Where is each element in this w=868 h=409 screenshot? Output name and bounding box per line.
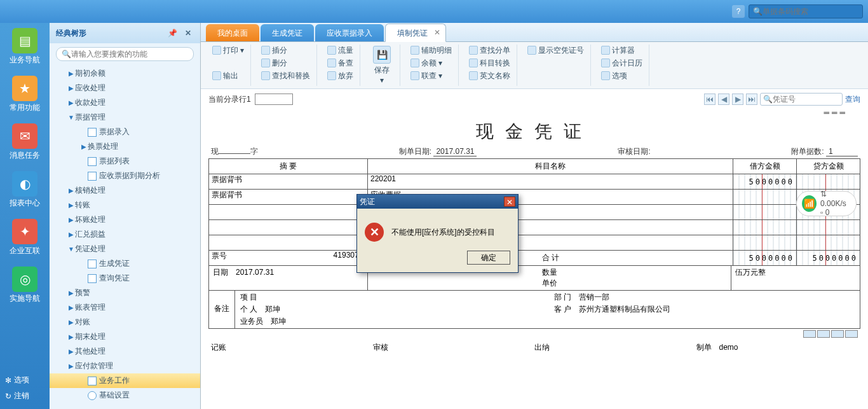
btn-output[interactable]: 输出 xyxy=(211,70,245,81)
calc-icon xyxy=(601,46,610,55)
tree-node[interactable]: 基础设置 xyxy=(50,388,200,403)
voucher-row[interactable]: 票据背书2202015000000 xyxy=(209,174,860,190)
btn-print[interactable]: 打印 ▾ xyxy=(211,45,245,56)
tab-receivable[interactable]: 应收票据录入 xyxy=(315,24,384,41)
nav-implement[interactable]: ◎实施导航 xyxy=(0,261,50,309)
tree-node[interactable]: ▶期末处理 xyxy=(50,329,200,344)
btn-findentry[interactable]: 查找分单 xyxy=(468,45,512,56)
footer-icon[interactable] xyxy=(817,330,830,338)
btn-flow[interactable]: 流量 xyxy=(326,45,355,56)
tree-node[interactable]: 查询凭证 xyxy=(50,271,200,286)
tree-node[interactable]: ▶应收处理 xyxy=(50,81,200,95)
dialog-title[interactable]: 凭证 ✕ xyxy=(357,195,518,209)
tree-node[interactable]: ▶对账 xyxy=(50,315,200,329)
btn-discard[interactable]: 放弃 xyxy=(326,70,355,81)
voucher-row[interactable] xyxy=(209,220,860,235)
network-badge[interactable]: 📶 ⇅ 0.00K/s ▫ 0 xyxy=(796,191,857,216)
tree-node[interactable]: ▶其他处理 xyxy=(50,344,200,359)
tree-node[interactable]: 票据列表 xyxy=(50,154,200,169)
nav-prev[interactable]: ◀ xyxy=(718,94,729,105)
pin-icon[interactable]: 📌 xyxy=(165,29,180,38)
nav-first[interactable]: ⏮ xyxy=(704,94,715,105)
tree-node[interactable]: ▶应付款管理 xyxy=(50,359,200,373)
voucher-area: 当前分录行1 ⏮ ◀ ▶ ⏭ 🔍 查询 ═══ 现金凭证 现字 制单日期: 20… xyxy=(201,89,868,409)
tree-node[interactable]: ▶账表管理 xyxy=(50,300,200,315)
nav-messages[interactable]: ✉消息任务 xyxy=(0,118,50,166)
tree-node[interactable]: ▶收款处理 xyxy=(50,95,200,110)
btn-engname[interactable]: 英文名称 xyxy=(468,70,512,81)
coins-icon xyxy=(410,59,419,67)
nav-options[interactable]: ✻选项 xyxy=(0,372,50,388)
voucher-table[interactable]: 摘 要 科目名称 借方金额 贷方金额 票据背书2202015000000票据背书… xyxy=(208,158,860,266)
footer-icon[interactable] xyxy=(803,330,816,338)
tree-label: 凭证处理 xyxy=(75,244,105,254)
voucher-row[interactable]: 票据背书应收票据 xyxy=(209,190,860,205)
tab-genvoucher[interactable]: 生成凭证 xyxy=(261,24,314,41)
voucher-row[interactable] xyxy=(209,205,860,220)
barcode-search[interactable]: 🔍 xyxy=(749,4,863,18)
btn-linked[interactable]: 联查 ▾ xyxy=(409,70,453,81)
chevron-icon: ▶ xyxy=(67,202,75,209)
tree-node[interactable]: ▶换票处理 xyxy=(50,139,200,154)
tab-close-icon[interactable]: ✕ xyxy=(434,28,440,37)
tree-node[interactable]: ▼票据管理 xyxy=(50,110,200,125)
footer-icon[interactable] xyxy=(831,330,844,338)
barcode-input[interactable] xyxy=(763,7,851,16)
btn-backup[interactable]: 备查 xyxy=(326,57,355,69)
voucher-search[interactable]: 🔍 xyxy=(760,93,843,106)
nav-logout[interactable]: ↻注销 xyxy=(0,388,50,404)
btn-subjconv[interactable]: 科目转换 xyxy=(468,57,512,69)
chevron-icon: ▶ xyxy=(67,363,75,370)
tree-node[interactable]: 业务工作 xyxy=(50,373,200,388)
help-icon[interactable]: ? xyxy=(732,5,745,18)
btn-delete[interactable]: 删分 xyxy=(260,57,311,69)
btn-calc[interactable]: 计算器 xyxy=(600,45,644,56)
save-icon: 💾 xyxy=(373,46,391,64)
tree-search-box[interactable]: 🔍 xyxy=(56,47,194,61)
nav-next[interactable]: ▶ xyxy=(732,94,743,105)
dialog-close-icon[interactable]: ✕ xyxy=(504,197,515,207)
tree-node[interactable]: 票据录入 xyxy=(50,125,200,139)
tree-node[interactable]: ▶坏账处理 xyxy=(50,212,200,227)
query-link[interactable]: 查询 xyxy=(845,94,860,105)
tree-node[interactable]: ▼凭证处理 xyxy=(50,242,200,256)
tab-desktop[interactable]: 我的桌面 xyxy=(206,24,259,41)
close-icon[interactable]: ✕ xyxy=(182,29,194,38)
dialog-message: 不能使用[应付系统]的受控科目 xyxy=(391,227,495,238)
btn-calendar[interactable]: 会计日历 xyxy=(600,57,644,69)
tree-node[interactable]: ▶核销处理 xyxy=(50,183,200,198)
nav-last[interactable]: ⏭ xyxy=(746,94,757,105)
net-count: ▫ 0 xyxy=(820,208,851,217)
nav-business[interactable]: ▤业务导航 xyxy=(0,23,50,71)
tree-node[interactable]: ▶转账 xyxy=(50,198,200,212)
voucher-search-input[interactable] xyxy=(773,95,836,104)
tree-node[interactable]: ▶汇兑损益 xyxy=(50,227,200,242)
voucher-row[interactable] xyxy=(209,235,860,251)
chevron-icon: ▶ xyxy=(67,289,75,296)
tab-fillvoucher[interactable]: 填制凭证✕ xyxy=(385,24,446,42)
nav-common[interactable]: ★常用功能 xyxy=(0,71,50,118)
btn-opts[interactable]: 选项 xyxy=(600,70,644,81)
footer-icon[interactable] xyxy=(845,330,858,338)
tree-search-input[interactable] xyxy=(71,50,188,59)
tree-node[interactable]: ▶预警 xyxy=(50,286,200,300)
search-icon: 🔍 xyxy=(753,7,763,16)
btn-showempty[interactable]: 显示空凭证号 xyxy=(526,45,585,56)
tree-node[interactable]: ▶期初余额 xyxy=(50,66,200,81)
tree-scroll[interactable]: ▶期初余额▶应收处理▶收款处理▼票据管理票据录入▶换票处理票据列表应收票据到期分… xyxy=(50,65,200,409)
tree-label: 应收票据到期分析 xyxy=(99,170,160,181)
tree-label: 应收处理 xyxy=(75,83,105,94)
btn-save[interactable]: 💾保存 ▾ xyxy=(369,45,395,86)
btn-balance[interactable]: 余额 ▾ xyxy=(409,57,453,69)
btn-aux[interactable]: 辅助明细 xyxy=(409,45,453,56)
tree-node[interactable]: 应收票据到期分析 xyxy=(50,169,200,183)
printer-icon xyxy=(212,46,221,55)
btn-insert[interactable]: 插分 xyxy=(260,45,311,56)
tree-label: 核销处理 xyxy=(75,185,105,196)
tree-node[interactable]: 生成凭证 xyxy=(50,256,200,271)
ok-button[interactable]: 确定 xyxy=(467,251,510,265)
nav-reports[interactable]: ◐报表中心 xyxy=(0,166,50,214)
cur-line-box[interactable] xyxy=(255,94,293,105)
btn-findreplace[interactable]: 查找和替换 xyxy=(260,70,311,81)
nav-enterprise[interactable]: ✦企业互联 xyxy=(0,214,50,261)
